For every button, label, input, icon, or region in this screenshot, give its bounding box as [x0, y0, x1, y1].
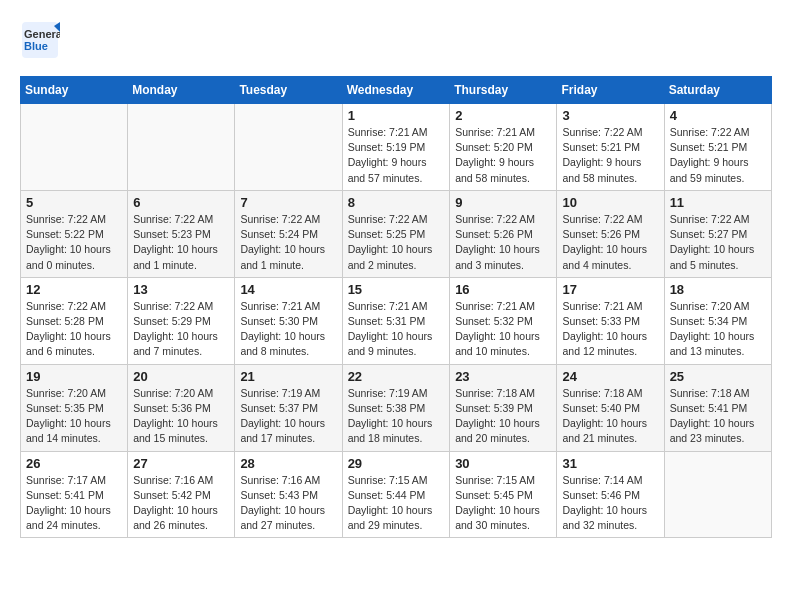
day-info: Sunrise: 7:22 AMSunset: 5:27 PMDaylight:…: [670, 212, 766, 273]
calendar-cell: 26Sunrise: 7:17 AMSunset: 5:41 PMDayligh…: [21, 451, 128, 538]
calendar-week-row: 1Sunrise: 7:21 AMSunset: 5:19 PMDaylight…: [21, 104, 772, 191]
weekday-header: Wednesday: [342, 77, 450, 104]
calendar-cell: 7Sunrise: 7:22 AMSunset: 5:24 PMDaylight…: [235, 190, 342, 277]
day-number: 31: [562, 456, 658, 471]
day-number: 7: [240, 195, 336, 210]
calendar-week-row: 5Sunrise: 7:22 AMSunset: 5:22 PMDaylight…: [21, 190, 772, 277]
calendar-week-row: 19Sunrise: 7:20 AMSunset: 5:35 PMDayligh…: [21, 364, 772, 451]
header: General Blue: [20, 20, 772, 60]
day-number: 29: [348, 456, 445, 471]
calendar-cell: 15Sunrise: 7:21 AMSunset: 5:31 PMDayligh…: [342, 277, 450, 364]
day-number: 18: [670, 282, 766, 297]
day-info: Sunrise: 7:22 AMSunset: 5:21 PMDaylight:…: [562, 125, 658, 186]
calendar-cell: 14Sunrise: 7:21 AMSunset: 5:30 PMDayligh…: [235, 277, 342, 364]
calendar-cell: 11Sunrise: 7:22 AMSunset: 5:27 PMDayligh…: [664, 190, 771, 277]
calendar-week-row: 26Sunrise: 7:17 AMSunset: 5:41 PMDayligh…: [21, 451, 772, 538]
day-number: 5: [26, 195, 122, 210]
calendar-cell: 23Sunrise: 7:18 AMSunset: 5:39 PMDayligh…: [450, 364, 557, 451]
day-info: Sunrise: 7:19 AMSunset: 5:38 PMDaylight:…: [348, 386, 445, 447]
weekday-header: Friday: [557, 77, 664, 104]
day-number: 3: [562, 108, 658, 123]
calendar-week-row: 12Sunrise: 7:22 AMSunset: 5:28 PMDayligh…: [21, 277, 772, 364]
calendar-cell: 3Sunrise: 7:22 AMSunset: 5:21 PMDaylight…: [557, 104, 664, 191]
day-number: 16: [455, 282, 551, 297]
day-info: Sunrise: 7:20 AMSunset: 5:34 PMDaylight:…: [670, 299, 766, 360]
calendar-cell: 1Sunrise: 7:21 AMSunset: 5:19 PMDaylight…: [342, 104, 450, 191]
day-info: Sunrise: 7:22 AMSunset: 5:21 PMDaylight:…: [670, 125, 766, 186]
calendar-cell: 29Sunrise: 7:15 AMSunset: 5:44 PMDayligh…: [342, 451, 450, 538]
weekday-header: Tuesday: [235, 77, 342, 104]
calendar-cell: [128, 104, 235, 191]
calendar-header: SundayMondayTuesdayWednesdayThursdayFrid…: [21, 77, 772, 104]
day-number: 11: [670, 195, 766, 210]
svg-text:Blue: Blue: [24, 40, 48, 52]
day-number: 12: [26, 282, 122, 297]
day-number: 26: [26, 456, 122, 471]
day-number: 23: [455, 369, 551, 384]
calendar-cell: [235, 104, 342, 191]
calendar-cell: 8Sunrise: 7:22 AMSunset: 5:25 PMDaylight…: [342, 190, 450, 277]
calendar-cell: [21, 104, 128, 191]
day-number: 8: [348, 195, 445, 210]
calendar-cell: 13Sunrise: 7:22 AMSunset: 5:29 PMDayligh…: [128, 277, 235, 364]
day-info: Sunrise: 7:18 AMSunset: 5:41 PMDaylight:…: [670, 386, 766, 447]
day-info: Sunrise: 7:22 AMSunset: 5:24 PMDaylight:…: [240, 212, 336, 273]
day-info: Sunrise: 7:22 AMSunset: 5:28 PMDaylight:…: [26, 299, 122, 360]
day-number: 13: [133, 282, 229, 297]
calendar-cell: [664, 451, 771, 538]
calendar-cell: 10Sunrise: 7:22 AMSunset: 5:26 PMDayligh…: [557, 190, 664, 277]
calendar-cell: 6Sunrise: 7:22 AMSunset: 5:23 PMDaylight…: [128, 190, 235, 277]
svg-text:General: General: [24, 28, 60, 40]
day-info: Sunrise: 7:17 AMSunset: 5:41 PMDaylight:…: [26, 473, 122, 534]
day-number: 1: [348, 108, 445, 123]
logo: General Blue: [20, 20, 60, 60]
day-info: Sunrise: 7:20 AMSunset: 5:36 PMDaylight:…: [133, 386, 229, 447]
calendar-cell: 27Sunrise: 7:16 AMSunset: 5:42 PMDayligh…: [128, 451, 235, 538]
day-info: Sunrise: 7:22 AMSunset: 5:26 PMDaylight:…: [455, 212, 551, 273]
day-number: 21: [240, 369, 336, 384]
day-info: Sunrise: 7:15 AMSunset: 5:45 PMDaylight:…: [455, 473, 551, 534]
day-info: Sunrise: 7:21 AMSunset: 5:32 PMDaylight:…: [455, 299, 551, 360]
day-info: Sunrise: 7:22 AMSunset: 5:22 PMDaylight:…: [26, 212, 122, 273]
calendar-cell: 5Sunrise: 7:22 AMSunset: 5:22 PMDaylight…: [21, 190, 128, 277]
day-info: Sunrise: 7:22 AMSunset: 5:25 PMDaylight:…: [348, 212, 445, 273]
calendar-cell: 2Sunrise: 7:21 AMSunset: 5:20 PMDaylight…: [450, 104, 557, 191]
day-info: Sunrise: 7:21 AMSunset: 5:19 PMDaylight:…: [348, 125, 445, 186]
calendar-cell: 21Sunrise: 7:19 AMSunset: 5:37 PMDayligh…: [235, 364, 342, 451]
day-number: 27: [133, 456, 229, 471]
day-number: 24: [562, 369, 658, 384]
weekday-header: Monday: [128, 77, 235, 104]
logo-container: General Blue: [20, 20, 60, 60]
calendar-cell: 19Sunrise: 7:20 AMSunset: 5:35 PMDayligh…: [21, 364, 128, 451]
day-info: Sunrise: 7:20 AMSunset: 5:35 PMDaylight:…: [26, 386, 122, 447]
calendar-cell: 24Sunrise: 7:18 AMSunset: 5:40 PMDayligh…: [557, 364, 664, 451]
day-info: Sunrise: 7:21 AMSunset: 5:20 PMDaylight:…: [455, 125, 551, 186]
day-info: Sunrise: 7:18 AMSunset: 5:39 PMDaylight:…: [455, 386, 551, 447]
weekday-row: SundayMondayTuesdayWednesdayThursdayFrid…: [21, 77, 772, 104]
calendar-cell: 31Sunrise: 7:14 AMSunset: 5:46 PMDayligh…: [557, 451, 664, 538]
calendar-cell: 18Sunrise: 7:20 AMSunset: 5:34 PMDayligh…: [664, 277, 771, 364]
day-number: 10: [562, 195, 658, 210]
calendar-cell: 20Sunrise: 7:20 AMSunset: 5:36 PMDayligh…: [128, 364, 235, 451]
day-info: Sunrise: 7:16 AMSunset: 5:43 PMDaylight:…: [240, 473, 336, 534]
calendar-cell: 16Sunrise: 7:21 AMSunset: 5:32 PMDayligh…: [450, 277, 557, 364]
weekday-header: Saturday: [664, 77, 771, 104]
day-number: 28: [240, 456, 336, 471]
day-number: 2: [455, 108, 551, 123]
calendar-cell: 22Sunrise: 7:19 AMSunset: 5:38 PMDayligh…: [342, 364, 450, 451]
calendar-cell: 28Sunrise: 7:16 AMSunset: 5:43 PMDayligh…: [235, 451, 342, 538]
day-info: Sunrise: 7:19 AMSunset: 5:37 PMDaylight:…: [240, 386, 336, 447]
day-number: 14: [240, 282, 336, 297]
day-info: Sunrise: 7:16 AMSunset: 5:42 PMDaylight:…: [133, 473, 229, 534]
logo-svg: General Blue: [20, 20, 60, 60]
day-info: Sunrise: 7:21 AMSunset: 5:33 PMDaylight:…: [562, 299, 658, 360]
day-number: 22: [348, 369, 445, 384]
day-info: Sunrise: 7:21 AMSunset: 5:31 PMDaylight:…: [348, 299, 445, 360]
day-info: Sunrise: 7:18 AMSunset: 5:40 PMDaylight:…: [562, 386, 658, 447]
calendar: SundayMondayTuesdayWednesdayThursdayFrid…: [20, 76, 772, 538]
day-number: 6: [133, 195, 229, 210]
day-info: Sunrise: 7:22 AMSunset: 5:23 PMDaylight:…: [133, 212, 229, 273]
calendar-cell: 25Sunrise: 7:18 AMSunset: 5:41 PMDayligh…: [664, 364, 771, 451]
weekday-header: Sunday: [21, 77, 128, 104]
calendar-cell: 12Sunrise: 7:22 AMSunset: 5:28 PMDayligh…: [21, 277, 128, 364]
